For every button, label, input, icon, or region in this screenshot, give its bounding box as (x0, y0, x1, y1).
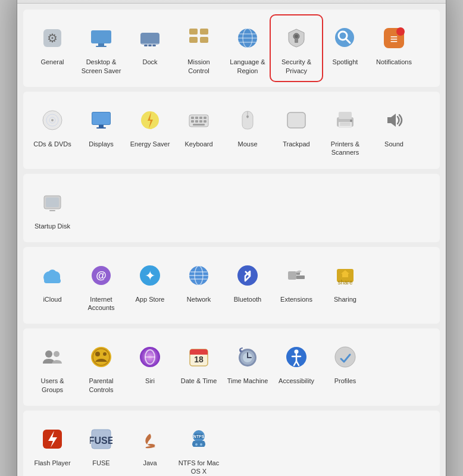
section-system: Users & GroupsParental ControlsSiri18Dat… (23, 328, 440, 406)
svg-rect-10 (189, 29, 198, 35)
svg-text:@: @ (96, 270, 107, 281)
mission-control-icon (182, 21, 215, 55)
trackpad-icon (280, 104, 313, 137)
icon-item-parental-controls[interactable]: Parental Controls (77, 336, 126, 399)
icon-item-dock[interactable]: Dock (126, 17, 174, 80)
svg-point-84 (54, 351, 60, 357)
icon-item-network[interactable]: Network (174, 254, 223, 317)
section-personal: ⚙GeneralDesktop & Screen SaverDockMissio… (23, 10, 440, 87)
svg-rect-4 (96, 46, 107, 47)
system-preferences-window: ‹ › System Preferences 🔍 ⚙GeneralDesktop… (17, 0, 446, 476)
ntfs-label: NTFS for Mac OS X (177, 459, 221, 476)
icon-item-cds-dvds[interactable]: CDs & DVDs (28, 99, 77, 162)
icon-item-flash-player[interactable]: Flash Player (28, 418, 77, 476)
icon-item-general[interactable]: ⚙General (28, 17, 77, 80)
icon-item-time-machine[interactable]: Time Machine (223, 336, 272, 399)
sharing-label: Sharing (334, 295, 356, 303)
app-store-label: App Store (136, 295, 165, 303)
mouse-icon (231, 104, 264, 137)
internet-accounts-icon: @ (85, 259, 118, 292)
svg-rect-33 (92, 112, 110, 124)
svg-text:⚙: ⚙ (47, 32, 58, 45)
svg-point-31 (51, 119, 54, 121)
icon-item-displays[interactable]: Displays (77, 99, 126, 162)
ntfs-icon: NTFS (182, 422, 215, 456)
svg-rect-50 (287, 112, 305, 128)
svg-rect-21 (295, 39, 298, 43)
svg-rect-41 (199, 117, 202, 119)
icon-item-security-privacy[interactable]: Security & Privacy (272, 17, 321, 80)
icon-item-mouse[interactable]: Mouse (223, 99, 272, 162)
icon-item-sharing[interactable]: shareSharing (321, 254, 370, 317)
svg-marker-80 (342, 274, 348, 277)
icon-item-bluetooth[interactable]: Bluetooth (223, 254, 272, 317)
displays-label: Displays (89, 140, 114, 148)
icon-item-notifications[interactable]: ≡Notifications (370, 17, 418, 80)
icon-item-profiles[interactable]: Profiles (321, 336, 370, 399)
accessibility-label: Accessibility (279, 377, 314, 385)
bluetooth-icon (231, 259, 264, 292)
siri-label: Siri (145, 377, 155, 385)
icon-item-date-time[interactable]: 18Date & Time (174, 336, 223, 399)
flash-player-icon (36, 422, 69, 456)
icon-item-desktop-screensaver[interactable]: Desktop & Screen Saver (77, 17, 126, 80)
svg-text:NTFS: NTFS (193, 434, 205, 439)
svg-text:18: 18 (194, 355, 204, 364)
icon-item-startup-disk[interactable]: Startup Disk (28, 181, 77, 235)
sound-label: Sound (384, 140, 403, 148)
svg-point-56 (350, 120, 352, 122)
svg-text:share: share (337, 279, 352, 286)
icon-item-printers-scanners[interactable]: Printers & Scanners (321, 99, 370, 162)
svg-point-85 (91, 347, 111, 367)
svg-rect-76 (288, 271, 296, 280)
svg-point-87 (95, 352, 100, 356)
content-area: ⚙GeneralDesktop & Screen SaverDockMissio… (17, 4, 446, 476)
icloud-icon (36, 259, 69, 292)
security-privacy-icon (280, 21, 313, 55)
icon-item-app-store[interactable]: ✦App Store (126, 254, 174, 317)
icon-item-icloud[interactable]: iCloud (28, 254, 77, 317)
time-machine-icon (231, 340, 264, 374)
svg-text:✦: ✦ (145, 268, 155, 283)
svg-rect-55 (340, 124, 351, 126)
java-icon (133, 422, 167, 456)
svg-point-83 (45, 350, 52, 358)
printers-scanners-label: Printers & Scanners (323, 140, 367, 157)
icon-item-energy-saver[interactable]: Energy Saver (126, 99, 174, 162)
icon-item-siri[interactable]: Siri (126, 336, 174, 399)
icon-item-fuse[interactable]: FUSEFUSE (77, 418, 126, 476)
svg-rect-9 (152, 45, 156, 46)
language-region-label: Language & Region (226, 58, 270, 75)
svg-point-117 (200, 443, 202, 446)
sound-icon (377, 104, 411, 137)
icon-item-trackpad[interactable]: Trackpad (272, 99, 321, 162)
icon-item-java[interactable]: Java (126, 418, 174, 476)
mouse-label: Mouse (237, 140, 257, 148)
desktop-screensaver-label: Desktop & Screen Saver (79, 58, 123, 75)
svg-rect-8 (148, 45, 152, 46)
icon-item-users-groups[interactable]: Users & Groups (28, 336, 77, 399)
icon-item-language-region[interactable]: Language & Region (223, 17, 272, 80)
security-privacy-label: Security & Privacy (274, 58, 318, 75)
language-region-icon (231, 21, 264, 55)
general-icon: ⚙ (36, 21, 69, 55)
svg-rect-44 (195, 120, 198, 123)
icon-item-accessibility[interactable]: Accessibility (272, 336, 321, 399)
extensions-icon (280, 259, 313, 292)
titlebar: ‹ › System Preferences 🔍 (17, 0, 446, 4)
icon-item-sound[interactable]: Sound (370, 99, 418, 162)
icon-item-internet-accounts[interactable]: @Internet Accounts (77, 254, 126, 317)
icon-item-extensions[interactable]: Extensions (272, 254, 321, 317)
parental-controls-label: Parental Controls (79, 377, 123, 394)
profiles-label: Profiles (334, 377, 356, 385)
icon-item-keyboard[interactable]: Keyboard (174, 99, 223, 162)
startup-disk-icon (36, 186, 69, 219)
svg-point-88 (103, 352, 107, 356)
flash-player-label: Flash Player (34, 459, 70, 467)
icon-item-spotlight[interactable]: Spotlight (321, 17, 370, 80)
notifications-icon: ≡ (377, 21, 411, 55)
svg-point-20 (295, 35, 298, 38)
time-machine-label: Time Machine (227, 377, 268, 385)
icon-item-mission-control[interactable]: Mission Control (174, 17, 223, 80)
icon-item-ntfs[interactable]: NTFSNTFS for Mac OS X (174, 418, 223, 476)
